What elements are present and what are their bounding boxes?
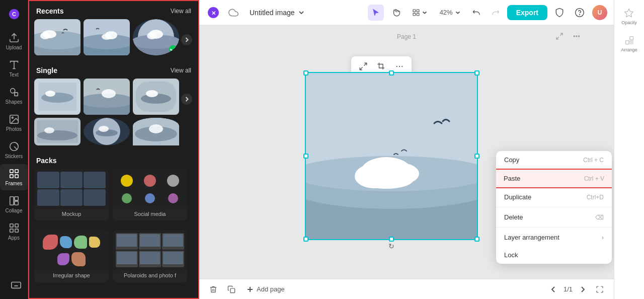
sidebar-item-shapes[interactable]: Shapes [0,83,28,109]
single-frame-6[interactable] [133,118,179,145]
shapes-icon [9,87,20,98]
single-frame-1[interactable] [34,79,80,115]
context-menu-lock[interactable]: Lock [496,246,612,264]
opacity-panel-button[interactable]: Opacity [621,8,637,25]
trash-button[interactable] [206,282,220,296]
float-more-button[interactable] [391,58,408,74]
arrange-panel-button[interactable]: Arrange [621,35,637,52]
pack-mockup-thumbnails [34,169,109,209]
svg-rect-10 [15,175,18,178]
canvas-selected-image[interactable]: ↻ [306,73,477,239]
redo-button[interactable] [488,5,503,20]
sidebar-item-stickers-label: Stickers [5,154,23,159]
context-menu-copy[interactable]: Copy Ctrl + C [496,151,612,169]
user-avatar-button[interactable]: U [592,5,608,21]
context-divider-2 [496,227,612,228]
context-delete-label: Delete [504,213,523,221]
arrange-icon [624,35,634,45]
context-menu-paste[interactable]: Paste Ctrl + V [496,169,612,188]
svg-point-65 [580,14,580,15]
prev-page-button[interactable] [547,283,559,295]
home-button[interactable]: ✕ [205,5,221,21]
svg-rect-81 [230,288,235,293]
page-navigation: 1/1 [547,283,589,295]
sidebar-item-text[interactable]: Text [0,55,28,82]
add-icon [247,286,254,293]
svg-rect-61 [417,10,419,12]
frame-options-button[interactable] [408,5,432,21]
stickers-icon [9,141,20,152]
zoom-control[interactable]: 42% [436,7,465,18]
left-icon-sidebar: C Upload Text Shapes Photos [0,0,28,299]
expand-icon [555,32,564,40]
three-dots-icon [395,62,404,71]
shield-button[interactable] [551,5,568,21]
context-lock-label: Lock [504,251,518,259]
add-page-button[interactable]: Add page [243,283,289,295]
canvas-area[interactable]: Page 1 [199,25,614,279]
svg-point-28 [102,34,112,40]
recent-frame-3[interactable] [133,19,179,55]
sidebar-item-stickers[interactable]: Stickers [0,137,28,163]
context-divider-1 [496,207,612,207]
undo-button[interactable] [469,5,484,20]
trash-icon [209,285,217,293]
pack-social-media[interactable]: Social media [113,169,187,221]
context-menu-delete[interactable]: Delete ⌫ [496,208,612,226]
packs-title: Packs [36,157,56,165]
context-menu-layer[interactable]: Layer arrangement › [496,229,612,246]
duplicate-page-button[interactable] [224,282,238,296]
page-counter: 1/1 [564,285,573,293]
opacity-label: Opacity [621,20,637,25]
select-tool-button[interactable] [368,5,384,21]
svg-point-66 [574,36,575,37]
single-frame-2[interactable] [84,79,130,115]
chevron-down-small-icon [422,10,428,16]
sidebar-item-photos[interactable]: Photos [0,110,28,136]
frames-icon [9,168,20,179]
svg-point-23 [40,32,50,39]
float-expand-button[interactable] [355,58,371,74]
rotate-handle[interactable]: ↻ [387,242,395,250]
svg-text:C: C [12,11,16,17]
sidebar-item-apps[interactable]: Apps [0,218,28,245]
recent-frame-1[interactable] [34,19,80,55]
next-page-button[interactable] [577,283,589,295]
sidebar-item-frames[interactable]: Frames [0,164,28,190]
canvas-more-button[interactable] [570,29,584,43]
single-frame-4[interactable] [34,118,80,145]
pan-tool-button[interactable] [388,5,404,21]
recents-next-arrow[interactable] [181,34,192,45]
shield-icon [554,8,565,18]
cloud-save-button[interactable] [225,5,242,21]
svg-point-80 [359,169,414,189]
context-menu-duplicate[interactable]: Duplicate Ctrl+D [496,188,612,206]
svg-point-5 [12,117,13,118]
sidebar-item-upload[interactable]: Upload [0,28,28,54]
recent-frame-2[interactable] [84,19,130,55]
export-button[interactable]: Export [507,5,547,20]
help-button[interactable] [572,5,588,21]
svg-rect-62 [413,13,416,16]
pack-polaroid[interactable]: Polaroids and photo f [113,230,187,282]
fit-to-screen-button[interactable] [593,282,607,296]
text-icon [9,59,20,70]
float-crop-button[interactable] [373,58,389,74]
pack-irregular[interactable]: Irregular shape [34,230,109,282]
sidebar-item-collage[interactable]: Collage [0,191,28,217]
single-frame-5[interactable] [84,118,130,145]
single-view-all-button[interactable]: View all [171,67,191,74]
sidebar-item-keyboard[interactable] [7,275,26,294]
canvas-expand-button[interactable] [552,29,567,43]
chevron-left-icon [550,286,557,293]
single-frame-3[interactable] [133,79,179,115]
svg-rect-9 [10,175,13,178]
single-next-arrow[interactable] [181,94,192,105]
recents-view-all-button[interactable]: View all [171,8,191,15]
help-icon [575,8,585,18]
context-copy-label: Copy [504,156,519,164]
file-title-button[interactable]: Untitled image [246,7,309,19]
pack-mockup[interactable]: Mockup [34,169,109,221]
svg-rect-12 [14,197,18,200]
logo-button[interactable]: C [0,5,28,24]
